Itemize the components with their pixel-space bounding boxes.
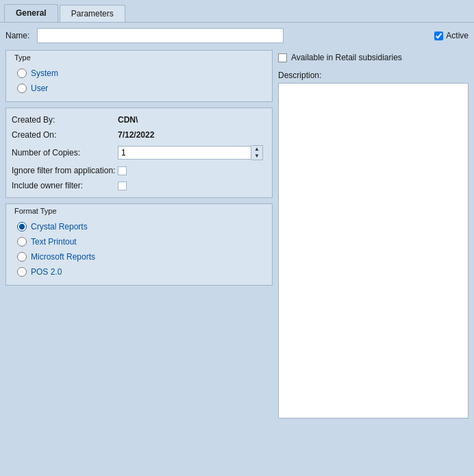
description-section: Description: <box>278 71 469 418</box>
number-of-copies-label: Number of Copies: <box>12 148 118 158</box>
radio-pos[interactable]: POS 2.0 <box>12 264 266 279</box>
radio-text-input[interactable] <box>17 237 27 247</box>
tab-general[interactable]: General <box>4 4 58 22</box>
radio-crystal-label: Crystal Reports <box>31 222 88 231</box>
spin-buttons: ▲ ▼ <box>251 145 263 160</box>
type-group-title: Type <box>12 53 266 62</box>
name-row: Name: Active <box>5 28 469 43</box>
active-checkbox-container: Active <box>434 31 469 40</box>
radio-user-label: User <box>31 84 48 93</box>
content-area: Name: Active Type System <box>0 22 474 424</box>
format-type-title: Format Type <box>12 207 266 215</box>
created-by-value: CDN\ <box>118 115 138 125</box>
number-of-copies-row: Number of Copies: ▲ ▼ <box>12 142 266 163</box>
number-of-copies-input[interactable] <box>118 146 251 160</box>
right-panel: Available in Retail subsidiaries Descrip… <box>278 50 469 418</box>
ignore-filter-label: Ignore filter from application: <box>12 166 118 175</box>
description-textarea[interactable] <box>278 83 469 418</box>
tab-parameters[interactable]: Parameters <box>60 5 125 22</box>
radio-microsoft-input[interactable] <box>17 252 27 262</box>
retail-label: Available in Retail subsidiaries <box>291 53 402 62</box>
left-panel: Type System User Created By: CDN\ <box>5 50 273 418</box>
radio-pos-label: POS 2.0 <box>31 267 62 277</box>
active-checkbox[interactable] <box>434 32 443 40</box>
radio-system[interactable]: System <box>12 66 266 81</box>
info-section: Created By: CDN\ Created On: 7/12/2022 N… <box>5 108 273 198</box>
radio-system-input[interactable] <box>17 68 27 78</box>
radio-user[interactable]: User <box>12 81 266 96</box>
radio-text-label: Text Printout <box>31 237 77 247</box>
tab-bar: General Parameters <box>0 0 474 22</box>
description-label: Description: <box>278 71 469 80</box>
format-type-group: Format Type Crystal Reports Text Printou… <box>5 203 273 286</box>
created-by-label: Created By: <box>12 115 118 125</box>
ignore-filter-checkbox[interactable] <box>118 166 127 175</box>
radio-microsoft[interactable]: Microsoft Reports <box>12 249 266 264</box>
type-group: Type System User <box>5 50 273 102</box>
number-input-container: ▲ ▼ <box>118 145 263 160</box>
radio-crystal[interactable]: Crystal Reports <box>12 219 266 234</box>
radio-user-input[interactable] <box>17 84 27 93</box>
include-owner-label: Include owner filter: <box>12 181 118 190</box>
created-on-label: Created On: <box>12 130 118 140</box>
spin-down-button[interactable]: ▼ <box>251 153 262 160</box>
created-on-row: Created On: 7/12/2022 <box>12 127 266 142</box>
main-container: General Parameters Name: Active Type <box>0 0 474 476</box>
name-input[interactable] <box>37 28 284 43</box>
retail-checkbox[interactable] <box>278 53 287 62</box>
created-on-value: 7/12/2022 <box>118 130 154 140</box>
created-by-row: Created By: CDN\ <box>12 112 266 127</box>
spin-up-button[interactable]: ▲ <box>251 146 262 153</box>
radio-text[interactable]: Text Printout <box>12 234 266 249</box>
radio-pos-input[interactable] <box>17 267 27 277</box>
retail-row: Available in Retail subsidiaries <box>278 50 469 65</box>
active-label: Active <box>446 31 469 40</box>
radio-crystal-input[interactable] <box>17 222 27 231</box>
name-label: Name: <box>5 31 33 40</box>
radio-microsoft-label: Microsoft Reports <box>31 252 95 262</box>
ignore-filter-row: Ignore filter from application: <box>12 163 266 178</box>
include-owner-checkbox[interactable] <box>118 181 127 190</box>
main-layout: Type System User Created By: CDN\ <box>5 50 469 418</box>
include-owner-row: Include owner filter: <box>12 178 266 193</box>
radio-system-label: System <box>31 68 58 78</box>
